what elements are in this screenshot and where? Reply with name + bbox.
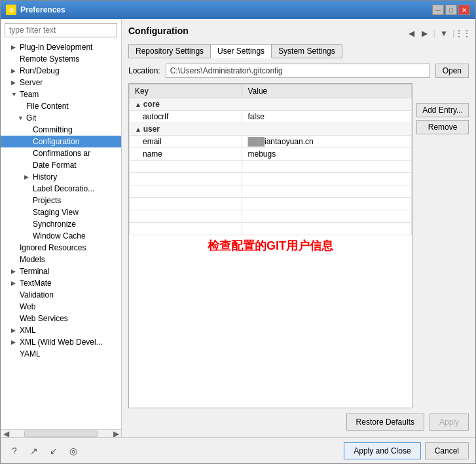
table-row-empty [130, 185, 412, 198]
filter-input[interactable] [5, 23, 117, 37]
horizontal-scrollbar[interactable] [24, 431, 98, 437]
restore-defaults-button[interactable]: Restore Defaults [346, 414, 424, 431]
apply-button[interactable]: Apply [430, 414, 469, 431]
more-options-button[interactable]: ⋮⋮ [457, 28, 469, 39]
table-row[interactable]: autocrlf false [130, 111, 412, 123]
window-icon: ⚙ [6, 5, 16, 15]
key-cell: name [130, 148, 242, 161]
toolbar-separator2: | [452, 29, 454, 38]
sidebar-item-xml-wild[interactable]: ▶ XML (Wild Web Devel... [1, 336, 121, 348]
remove-button[interactable]: Remove [416, 120, 469, 134]
sidebar-item-label: Team [20, 90, 39, 99]
location-field[interactable] [166, 64, 430, 78]
sidebar-item-committing[interactable]: Committing [1, 124, 121, 136]
sidebar-item-remote-systems[interactable]: Remote Systems [1, 53, 121, 65]
add-entry-button[interactable]: Add Entry... [416, 103, 469, 117]
col-header-key: Key [130, 85, 242, 98]
scroll-left-btn[interactable]: ◀ [1, 429, 11, 438]
config-table: Key Value core autocrlf [129, 84, 412, 235]
sidebar-item-web-services[interactable]: Web Services [1, 313, 121, 324]
table-wrapper[interactable]: Key Value core autocrlf [129, 84, 412, 408]
toggle-icon: ▼ [11, 91, 18, 98]
toggle-icon: ▶ [11, 79, 18, 86]
sidebar-item-label: Staging View [33, 208, 79, 217]
section-title: Configuration [128, 26, 405, 36]
value-cell: mebugs [242, 148, 412, 161]
title-bar: ⚙ Preferences ─ □ ✕ [1, 1, 475, 19]
sidebar-item-date-format[interactable]: Date Format [1, 159, 121, 171]
tab-system-settings[interactable]: System Settings [271, 44, 342, 58]
sidebar-item-label: Plug-in Development [20, 43, 92, 52]
col-header-value: Value [242, 85, 412, 98]
toggle-icon: ▶ [11, 68, 18, 74]
sidebar-item-file-content[interactable]: File Content [1, 100, 121, 112]
group-row-core[interactable]: core [130, 98, 412, 111]
location-row: Location: Open [128, 64, 469, 78]
sidebar-item-web[interactable]: Web [1, 301, 121, 313]
maximize-button[interactable]: □ [445, 5, 457, 15]
bottom-buttons: Restore Defaults Apply [128, 414, 469, 431]
footer-icons: ? ↗ ↙ ◎ [7, 444, 81, 458]
sidebar-item-server[interactable]: ▶ Server [1, 77, 121, 88]
sidebar-item-label: Projects [33, 196, 61, 205]
sidebar-item-staging-view[interactable]: Staging View [1, 206, 121, 218]
cancel-button[interactable]: Cancel [425, 442, 469, 459]
toolbar-row: Configuration ◀ ▶ | ▼ | ⋮⋮ [128, 26, 469, 41]
sidebar-item-label: Committing [33, 125, 73, 134]
tree-area: ▶ Plug-in Development Remote Systems ▶ R… [1, 41, 121, 429]
apply-and-close-button[interactable]: Apply and Close [344, 442, 420, 459]
group-row-user[interactable]: user [130, 123, 412, 136]
sidebar-item-ignored-resources[interactable]: Ignored Resources [1, 242, 121, 254]
sidebar-item-projects[interactable]: Projects [1, 195, 121, 206]
sidebar-item-label: History [33, 172, 57, 182]
content-area: ▶ Plug-in Development Remote Systems ▶ R… [1, 19, 475, 437]
location-label: Location: [128, 66, 160, 75]
sidebar-item-textmate[interactable]: ▶ TextMate [1, 277, 121, 289]
preferences-window: ⚙ Preferences ─ □ ✕ ▶ Plug-in Developmen… [0, 0, 476, 464]
sidebar-item-run-debug[interactable]: ▶ Run/Debug [1, 65, 121, 77]
import-icon[interactable]: ↙ [46, 444, 61, 458]
sidebar-item-history[interactable]: ▶ History [1, 171, 121, 183]
toolbar-separator: | [433, 29, 435, 38]
export-icon[interactable]: ↗ [27, 444, 41, 458]
config-table-area: Key Value core autocrlf [128, 83, 412, 408]
forward-button[interactable]: ▶ [419, 28, 431, 39]
sidebar-item-git[interactable]: ▼ Git [1, 112, 121, 124]
minimize-button[interactable]: ─ [432, 5, 444, 15]
table-row[interactable]: email ███iantaoyuan.cn [130, 136, 412, 148]
sidebar-item-label: XML (Wild Web Devel... [20, 338, 103, 347]
tab-repository-settings[interactable]: Repository Settings [128, 44, 211, 58]
sidebar-item-confirmations[interactable]: Confirmations ar [1, 147, 121, 159]
settings-icon[interactable]: ◎ [66, 444, 81, 458]
menu-dropdown-button[interactable]: ▼ [438, 28, 450, 39]
window-title: Preferences [20, 5, 65, 14]
tab-user-settings[interactable]: User Settings [210, 44, 272, 58]
watermark-text: 检查配置的GIT用户信息 [208, 238, 333, 254]
table-action-buttons: Add Entry... Remove [416, 83, 469, 408]
sidebar-item-label: Remote Systems [20, 54, 79, 64]
sidebar-item-label: Window Cache [33, 231, 86, 241]
sidebar-item-xml[interactable]: ▶ XML [1, 324, 121, 336]
sidebar-item-configuration[interactable]: Configuration [1, 136, 121, 147]
table-row[interactable]: name mebugs [130, 148, 412, 161]
sidebar-item-yaml[interactable]: YAML [1, 348, 121, 360]
sidebar-item-plugin-dev[interactable]: ▶ Plug-in Development [1, 41, 121, 53]
sidebar-item-window-cache[interactable]: Window Cache [1, 230, 121, 242]
open-button[interactable]: Open [435, 64, 469, 78]
footer-right: Apply and Close Cancel [344, 442, 469, 459]
sidebar-item-label-decoration[interactable]: Label Decoratio... [1, 183, 121, 195]
sidebar-item-team[interactable]: ▼ Team [1, 88, 121, 100]
toggle-icon: ▶ [11, 280, 18, 286]
main-panel: Configuration ◀ ▶ | ▼ | ⋮⋮ Repository Se… [122, 19, 475, 437]
help-icon[interactable]: ? [7, 444, 22, 458]
close-button[interactable]: ✕ [458, 5, 470, 15]
sidebar-item-label: XML [20, 326, 36, 335]
sidebar-item-synchronize[interactable]: Synchronize [1, 218, 121, 230]
back-button[interactable]: ◀ [406, 28, 418, 39]
sidebar-item-label: Web Services [20, 314, 68, 323]
scroll-right-btn[interactable]: ▶ [111, 429, 121, 438]
sidebar-item-validation[interactable]: Validation [1, 289, 121, 301]
sidebar-item-terminal[interactable]: ▶ Terminal [1, 265, 121, 277]
sidebar: ▶ Plug-in Development Remote Systems ▶ R… [1, 19, 122, 437]
sidebar-item-models[interactable]: Models [1, 254, 121, 265]
